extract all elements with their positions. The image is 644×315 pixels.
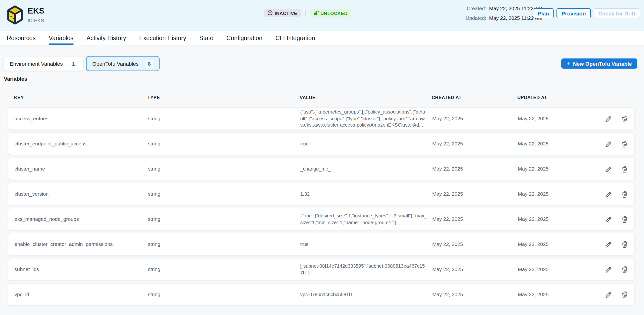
delete-variable-button[interactable] bbox=[621, 240, 628, 248]
edit-variable-button[interactable] bbox=[604, 291, 612, 298]
variable-key: vpc_id bbox=[14, 291, 148, 298]
variable-created-at: May 22, 2025 bbox=[432, 115, 518, 122]
created-label: Created: bbox=[466, 5, 486, 11]
pencil-icon bbox=[604, 293, 612, 300]
col-header-created-at: CREATED AT bbox=[432, 94, 517, 100]
trash-icon bbox=[621, 293, 628, 300]
variable-value: 1.32 bbox=[300, 191, 432, 197]
circle-minus-icon bbox=[267, 10, 273, 16]
table-row: eks_managed_node_groups string {"one":{"… bbox=[8, 208, 635, 231]
updated-label: Updated: bbox=[466, 15, 486, 21]
variable-type: string bbox=[148, 241, 300, 247]
edit-variable-button[interactable] bbox=[604, 190, 612, 198]
trash-icon bbox=[621, 217, 628, 224]
delete-variable-button[interactable] bbox=[621, 291, 628, 298]
brand: EKS ID:EKS bbox=[7, 5, 44, 25]
delete-variable-button[interactable] bbox=[621, 215, 628, 223]
variable-value: {"one":{"desired_size":1,"instance_types… bbox=[300, 213, 432, 226]
edit-variable-button[interactable] bbox=[604, 165, 612, 173]
variable-type: string bbox=[148, 266, 300, 273]
page-title: EKS bbox=[28, 6, 44, 16]
trash-icon bbox=[621, 167, 628, 174]
delete-variable-button[interactable] bbox=[621, 190, 628, 198]
status-badges: INACTIVE UNLOCKED bbox=[264, 9, 351, 17]
plan-button[interactable]: Plan bbox=[533, 8, 554, 18]
variable-value: _change_me_ bbox=[300, 166, 432, 172]
variable-created-at: May 22, 2025 bbox=[432, 191, 518, 197]
edit-variable-button[interactable] bbox=[604, 215, 612, 223]
tab-execution-history[interactable]: Execution History bbox=[139, 31, 186, 45]
variable-value: {"sso":{"kubernetes_groups":[],"policy_a… bbox=[300, 109, 432, 128]
trash-icon bbox=[621, 192, 628, 199]
variable-updated-at: May 22, 2025 bbox=[518, 166, 592, 172]
variable-updated-at: May 22, 2025 bbox=[518, 141, 592, 147]
tab-resources[interactable]: Resources bbox=[7, 31, 36, 45]
delete-variable-button[interactable] bbox=[621, 165, 628, 173]
variable-key: cluster_name bbox=[14, 166, 148, 172]
delete-variable-button[interactable] bbox=[621, 140, 628, 148]
delete-variable-button[interactable] bbox=[621, 266, 628, 273]
provision-button[interactable]: Provision bbox=[557, 8, 590, 18]
pencil-icon bbox=[604, 192, 612, 199]
environment-variables-count: 1 bbox=[70, 60, 77, 67]
variable-value: true bbox=[300, 241, 432, 248]
variable-type-switcher: Environment Variables 1 OpenTofu Variabl… bbox=[4, 56, 637, 71]
check-for-drift-button[interactable]: Check for Drift bbox=[594, 8, 640, 18]
variable-created-at: May 22, 2025 bbox=[432, 291, 518, 298]
tab-state[interactable]: State bbox=[199, 31, 213, 45]
tab-variables[interactable]: Variables bbox=[49, 31, 74, 45]
variable-created-at: May 22, 2025 bbox=[432, 241, 518, 247]
chip-opentofu-variables[interactable]: OpenTofu Variables 8 bbox=[86, 56, 160, 71]
table-row: enable_cluster_creator_admin_permissions… bbox=[8, 233, 635, 256]
lock-open-icon bbox=[313, 10, 318, 16]
chip-environment-variables[interactable]: Environment Variables 1 bbox=[4, 56, 84, 71]
col-header-value: VALUE bbox=[300, 94, 432, 100]
trash-icon bbox=[621, 117, 628, 124]
tab-activity-history[interactable]: Activity History bbox=[86, 31, 126, 45]
trash-icon bbox=[621, 267, 628, 275]
variable-created-at: May 22, 2025 bbox=[432, 141, 518, 147]
pencil-icon bbox=[604, 217, 612, 224]
table-title: Variables bbox=[4, 76, 644, 82]
status-badge: INACTIVE bbox=[264, 9, 301, 17]
trash-icon bbox=[621, 242, 628, 250]
opentofu-variables-count: 8 bbox=[145, 60, 153, 67]
pencil-icon bbox=[604, 117, 612, 124]
variable-value: ["subnet-08f14e7142d333595","subnet-0680… bbox=[300, 263, 432, 276]
lock-badge: UNLOCKED bbox=[310, 9, 351, 17]
variable-type: string bbox=[148, 216, 300, 222]
pencil-icon bbox=[604, 142, 612, 149]
tab-configuration[interactable]: Configuration bbox=[226, 31, 262, 45]
table-row: subnet_ids string ["subnet-08f14e7142d33… bbox=[8, 258, 635, 281]
variable-type: string bbox=[148, 291, 300, 298]
badge-divider bbox=[305, 10, 306, 16]
edit-variable-button[interactable] bbox=[604, 240, 612, 248]
variable-updated-at: May 22, 2025 bbox=[518, 291, 592, 298]
variable-key: cluster_version bbox=[14, 191, 148, 197]
header-actions: Plan Provision Check for Drift bbox=[533, 8, 640, 18]
variable-key: subnet_ids bbox=[14, 266, 148, 273]
delete-variable-button[interactable] bbox=[621, 115, 628, 122]
edit-variable-button[interactable] bbox=[604, 140, 612, 148]
table-row: vpc_id string vpc-078b51c6cbc5581f1 May … bbox=[8, 283, 635, 306]
edit-variable-button[interactable] bbox=[604, 266, 612, 273]
edit-variable-button[interactable] bbox=[604, 115, 612, 122]
variable-value: vpc-078b51c6cbc5581f1 bbox=[300, 291, 432, 298]
variable-key: access_entries bbox=[14, 115, 148, 122]
tab-cli-integration[interactable]: CLI Integration bbox=[275, 31, 315, 45]
col-header-key: KEY bbox=[14, 94, 148, 100]
timestamps: Created: May 22, 2025 11:22 AM Updated: … bbox=[466, 5, 542, 21]
page-subtitle: ID:EKS bbox=[28, 17, 44, 23]
variables-panel: Environment Variables 1 OpenTofu Variabl… bbox=[0, 45, 644, 306]
variable-created-at: May 22, 2025 bbox=[432, 166, 518, 172]
pencil-icon bbox=[604, 267, 612, 275]
variable-value: true bbox=[300, 141, 432, 147]
tab-bar: Resources Variables Activity History Exe… bbox=[0, 31, 644, 45]
variable-created-at: May 22, 2025 bbox=[432, 266, 518, 273]
variable-updated-at: May 22, 2025 bbox=[518, 191, 592, 197]
table-header-row: KEY TYPE VALUE CREATED AT UPDATED AT bbox=[8, 92, 635, 102]
page-header: EKS ID:EKS INACTIVE UNLOCKED Created: Ma… bbox=[0, 0, 644, 31]
variables-table: access_entries string {"sso":{"kubernete… bbox=[8, 107, 635, 306]
trash-icon bbox=[621, 142, 628, 149]
new-opentofu-variable-button[interactable]: + New OpenTofu Variable bbox=[562, 58, 637, 69]
